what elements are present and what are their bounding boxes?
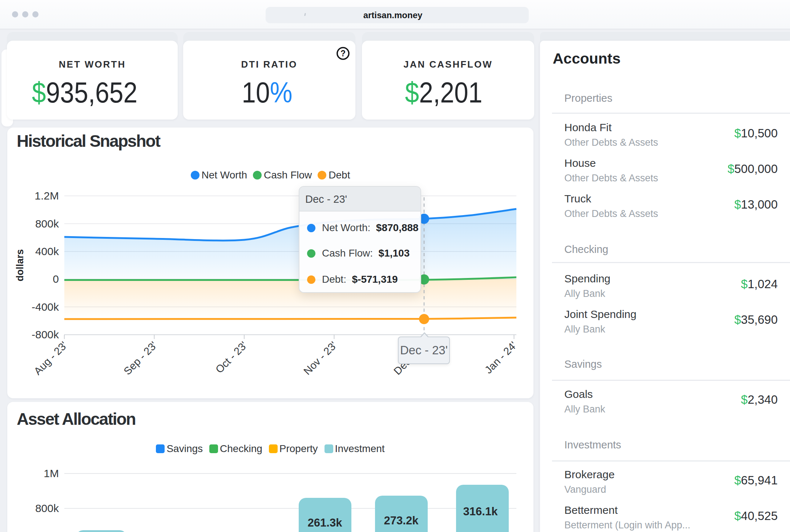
svg-text:316.1k: 316.1k [463,505,498,518]
svg-text:Sep - 23': Sep - 23' [121,339,159,377]
svg-text:Nov - 23': Nov - 23' [301,339,339,377]
svg-text:800k: 800k [35,502,59,514]
svg-text:Oct - 23': Oct - 23' [213,339,249,375]
svg-text:0: 0 [53,273,59,285]
svg-text:Aug - 23': Aug - 23' [32,339,69,377]
svg-text:800k: 800k [35,218,59,230]
svg-text:dollars: dollars [15,249,25,282]
svg-text:1M: 1M [44,467,59,479]
svg-text:?: ? [340,49,346,58]
svg-text:-800k: -800k [32,329,59,340]
svg-text:400k: 400k [35,245,59,257]
svg-text:273.2k: 273.2k [384,514,419,527]
svg-text:Jan - 24': Jan - 24' [483,339,519,376]
svg-text:1.2M: 1.2M [35,190,59,202]
svg-text:261.3k: 261.3k [308,516,343,529]
svg-text:-400k: -400k [32,301,59,313]
